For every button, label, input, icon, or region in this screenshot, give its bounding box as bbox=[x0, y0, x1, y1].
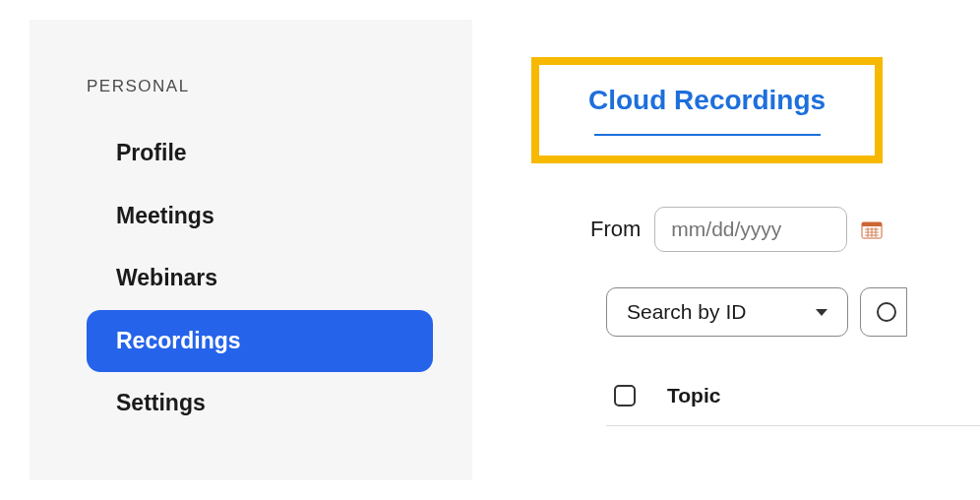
main-content: Cloud Recordings From S bbox=[472, 0, 980, 500]
svg-rect-1 bbox=[862, 222, 882, 226]
sidebar: PERSONAL Profile Meetings Webinars Recor… bbox=[30, 20, 472, 480]
tab-highlight-box: Cloud Recordings bbox=[531, 57, 883, 163]
sidebar-section-header: PERSONAL bbox=[87, 77, 443, 96]
table-divider bbox=[606, 425, 980, 426]
sidebar-item-label: Profile bbox=[116, 140, 187, 165]
calendar-icon[interactable] bbox=[861, 219, 883, 239]
sidebar-item-recordings[interactable]: Recordings bbox=[87, 310, 433, 373]
search-row: Search by ID bbox=[606, 287, 980, 337]
chevron-down-icon bbox=[816, 309, 827, 316]
tab-cloud-recordings[interactable]: Cloud Recordings bbox=[588, 85, 826, 130]
sidebar-item-label: Webinars bbox=[116, 265, 217, 290]
search-icon bbox=[877, 302, 896, 322]
search-input-partial[interactable] bbox=[860, 287, 907, 337]
page: PERSONAL Profile Meetings Webinars Recor… bbox=[0, 0, 980, 500]
sidebar-item-webinars[interactable]: Webinars bbox=[87, 247, 433, 310]
from-date-input[interactable] bbox=[654, 207, 847, 252]
date-filter-row: From bbox=[590, 207, 980, 252]
from-label: From bbox=[590, 217, 641, 242]
table-header-row: Topic bbox=[614, 384, 968, 425]
sidebar-nav: Profile Meetings Webinars Recordings Set… bbox=[59, 122, 443, 435]
sidebar-item-label: Meetings bbox=[116, 203, 214, 228]
dropdown-selected-label: Search by ID bbox=[627, 300, 746, 324]
sidebar-item-label: Settings bbox=[116, 390, 206, 415]
tab-underline bbox=[594, 134, 821, 136]
select-all-checkbox[interactable] bbox=[614, 385, 636, 406]
sidebar-item-meetings[interactable]: Meetings bbox=[87, 185, 433, 248]
sidebar-item-label: Recordings bbox=[116, 328, 241, 353]
search-by-dropdown[interactable]: Search by ID bbox=[606, 287, 848, 337]
column-header-topic: Topic bbox=[667, 384, 720, 407]
sidebar-item-profile[interactable]: Profile bbox=[87, 122, 433, 185]
sidebar-item-settings[interactable]: Settings bbox=[87, 372, 433, 435]
